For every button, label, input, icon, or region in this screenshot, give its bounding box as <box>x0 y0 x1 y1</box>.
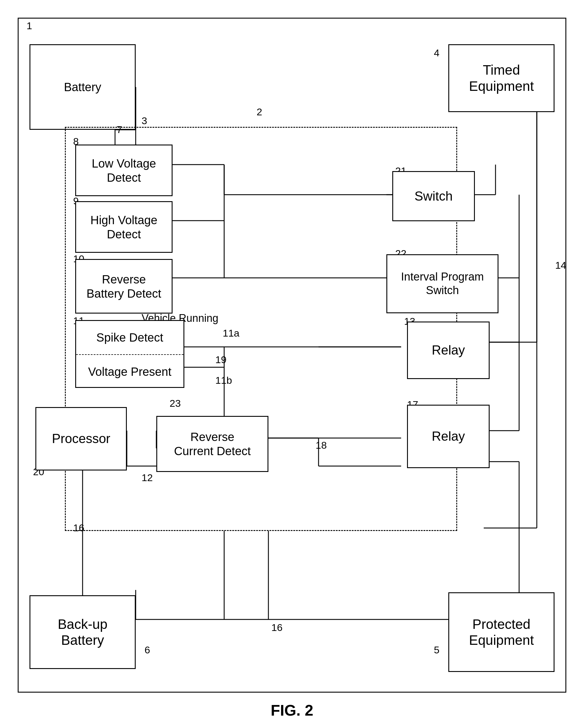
switch-label: Switch <box>415 188 453 204</box>
relay-bottom-label: Relay <box>432 428 465 444</box>
protected-equipment-box: ProtectedEquipment <box>448 592 555 672</box>
interval-program-label: Interval ProgramSwitch <box>401 270 484 297</box>
ref-16b: 16 <box>271 622 283 633</box>
ref-19: 19 <box>215 354 227 365</box>
high-voltage-detect-box: High VoltageDetect <box>75 201 172 253</box>
interval-program-switch-box: Interval ProgramSwitch <box>387 254 499 313</box>
spike-detect-section: Spike Detect <box>76 321 183 355</box>
battery-box: Battery <box>29 44 136 130</box>
battery-label: Battery <box>64 80 102 94</box>
relay-top-label: Relay <box>432 342 465 358</box>
backup-battery-box: Back-upBattery <box>29 595 136 669</box>
voltage-present-label: Voltage Present <box>88 365 171 379</box>
processor-label: Processor <box>52 431 110 447</box>
reverse-current-label: ReverseCurrent Detect <box>174 430 251 458</box>
ref-14: 14 <box>555 260 566 271</box>
low-voltage-detect-box: Low VoltageDetect <box>75 145 172 196</box>
protected-equipment-label: ProtectedEquipment <box>469 616 534 648</box>
ref-18: 18 <box>316 440 327 451</box>
ref-11a: 11a <box>223 328 239 339</box>
ref-16a: 16 <box>73 522 84 534</box>
relay-bottom-box: Relay <box>407 405 489 468</box>
reverse-battery-detect-box: ReverseBattery Detect <box>75 259 172 314</box>
ref-3: 3 <box>141 115 147 127</box>
high-voltage-label: High VoltageDetect <box>90 213 158 241</box>
ref-1: 1 <box>27 20 32 31</box>
backup-battery-label: Back-upBattery <box>58 616 108 648</box>
ref-6: 6 <box>144 644 150 656</box>
figure-label: FIG. 2 <box>271 701 313 719</box>
spike-voltage-box: Spike Detect Voltage Present <box>75 320 184 388</box>
reverse-current-detect-box: ReverseCurrent Detect <box>156 416 268 472</box>
ref-11b: 11b <box>215 374 232 386</box>
ref-12: 12 <box>141 472 153 484</box>
ref-5: 5 <box>434 644 440 656</box>
spike-detect-label: Spike Detect <box>97 331 163 344</box>
ref-2: 2 <box>257 106 262 118</box>
voltage-present-section: Voltage Present <box>76 355 183 389</box>
timed-equipment-box: TimedEquipment <box>448 44 555 112</box>
processor-box: Processor <box>35 407 127 470</box>
timed-equipment-label: TimedEquipment <box>469 62 534 95</box>
reverse-battery-label: ReverseBattery Detect <box>86 272 161 301</box>
low-voltage-label: Low VoltageDetect <box>92 156 156 185</box>
switch-box: Switch <box>392 171 475 221</box>
ref-23: 23 <box>169 398 181 409</box>
ref-4: 4 <box>434 47 440 59</box>
relay-top-box: Relay <box>407 321 489 379</box>
